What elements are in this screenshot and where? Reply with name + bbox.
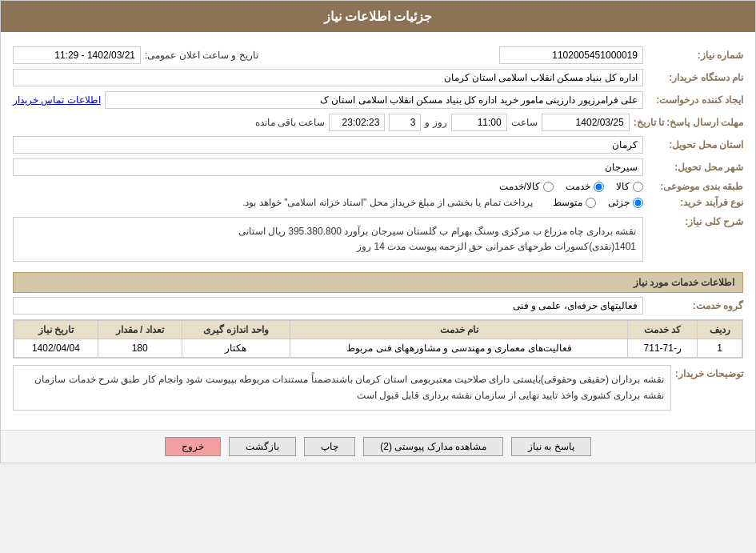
process-jozi-radio[interactable] <box>633 198 643 208</box>
col-name: نام خدمت <box>290 321 628 339</box>
deadline-days: 3 <box>389 114 421 131</box>
deadline-day-label: روز و <box>425 117 446 128</box>
group-value: فعالیتهای حرفه‌ای، علمی و فنی <box>13 297 643 315</box>
summary-label: شرح کلی نیاز: <box>647 213 743 227</box>
category-khedmat-label: خدمت <box>566 181 590 192</box>
category-radio-group: کالا خدمت کالا/خدمت <box>499 181 643 192</box>
cell-row: 1 <box>698 339 742 358</box>
process-label: نوع فرآیند خرید: <box>647 197 743 208</box>
deadline-countdown: 23:02:23 <box>329 114 385 131</box>
province-label: استان محل تحویل: <box>647 139 743 150</box>
creator-label: ایجاد کننده درخواست: <box>647 94 743 106</box>
need-number-label: شماره نیاز: <box>647 50 743 61</box>
category-label: طبقه بندی موضوعی: <box>647 181 743 192</box>
buyer-label: نام دستگاه خریدار: <box>647 72 743 83</box>
col-date: تاریخ نیاز <box>14 321 98 339</box>
cell-code: ر-71-711 <box>628 339 698 358</box>
back-button[interactable]: بازگشت <box>229 437 296 456</box>
category-kala-label: کالا <box>616 181 630 192</box>
date-value: 1402/03/21 - 11:29 <box>13 46 141 64</box>
cell-date: 1402/04/04 <box>14 339 98 358</box>
need-number-value: 1102005451000019 <box>499 46 643 64</box>
process-radio-group: جزئی متوسط <box>553 197 643 208</box>
creator-link[interactable]: اطلاعات تماس خریدار <box>13 94 101 106</box>
category-kala-khedmat-radio[interactable] <box>543 182 554 192</box>
group-label: گروه خدمت: <box>647 300 743 311</box>
service-info-header: اطلاعات خدمات مورد نیاز <box>13 272 743 293</box>
category-kala[interactable]: کالا <box>616 181 643 192</box>
col-code: کد خدمت <box>628 321 698 339</box>
city-label: شهر محل تحویل: <box>647 162 743 173</box>
reply-button[interactable]: پاسخ به نیاز <box>511 437 591 456</box>
deadline-date: 1402/03/25 <box>542 114 630 131</box>
print-button[interactable]: چاپ <box>304 437 355 456</box>
deadline-time: 11:00 <box>451 114 507 131</box>
buyer-description-text: نقشه برداران (حقیقی وحقوقی)بایستی دارای … <box>13 365 671 410</box>
city-value: سیرجان <box>13 158 643 176</box>
process-note: پرداخت تمام یا بخشی از مبلغ خریداز محل "… <box>242 197 533 208</box>
category-kala-radio[interactable] <box>633 182 643 192</box>
cell-amount: 180 <box>98 339 182 358</box>
cell-unit: هکتار <box>182 339 290 358</box>
deadline-time-label: ساعت <box>511 117 538 128</box>
process-jozi-label: جزئی <box>608 197 630 208</box>
buyer-value: اداره کل بنیاد مسکن انقلاب اسلامی استان … <box>13 69 643 86</box>
buyer-description-label: توضیحات خریدار: <box>675 365 743 379</box>
province-value: کرمان <box>13 136 643 154</box>
process-motavasset-radio[interactable] <box>586 198 596 208</box>
page-title: جزئیات اطلاعات نیاز <box>324 10 433 23</box>
process-motavasset-label: متوسط <box>553 197 582 208</box>
process-motavasset[interactable]: متوسط <box>553 197 596 208</box>
category-kala-khedmat-label: کالا/خدمت <box>499 181 540 192</box>
col-amount: تعداد / مقدار <box>98 321 182 339</box>
category-kala-khedmat[interactable]: کالا/خدمت <box>499 181 554 192</box>
summary-text1: نقشه برداری چاه مزراع ب مرکزی وسنگ بهرام… <box>20 224 636 239</box>
page-header: جزئیات اطلاعات نیاز <box>1 1 755 32</box>
col-row: ردیف <box>698 321 742 339</box>
summary-text2: 1401(نقدی)کسورات طرحهای عمرانی حق الزحمه… <box>20 239 636 254</box>
table-row: 1 ر-71-711 فعالیت‌های معماری و مهندسی و … <box>14 339 742 358</box>
summary-box: نقشه برداری چاه مزراع ب مرکزی وسنگ بهرام… <box>13 217 643 262</box>
date-label: تاریخ و ساعت اعلان عمومی: <box>145 50 258 61</box>
col-unit: واحد اندازه گیری <box>182 321 290 339</box>
deadline-remaining-label: ساعت باقی مانده <box>255 117 326 128</box>
process-jozi[interactable]: جزئی <box>608 197 643 208</box>
deadline-label: مهلت ارسال پاسخ: تا تاریخ: <box>634 117 743 128</box>
category-khedmat[interactable]: خدمت <box>566 181 604 192</box>
exit-button[interactable]: خروج <box>165 437 221 456</box>
services-table-container: ردیف کد خدمت نام خدمت واحد اندازه گیری ت… <box>13 319 743 359</box>
creator-value: علی فرامرزپور دارزینی مامور خرید اداره ک… <box>105 91 643 109</box>
category-khedmat-radio[interactable] <box>594 182 604 192</box>
services-table: ردیف کد خدمت نام خدمت واحد اندازه گیری ت… <box>14 320 742 358</box>
cell-name: فعالیت‌های معماری و مهندسی و مشاورههای ف… <box>290 339 628 358</box>
footer-buttons: پاسخ به نیاز مشاهده مدارک پیوستی (2) چاپ… <box>1 430 755 463</box>
view-docs-button[interactable]: مشاهده مدارک پیوستی (2) <box>363 437 503 456</box>
